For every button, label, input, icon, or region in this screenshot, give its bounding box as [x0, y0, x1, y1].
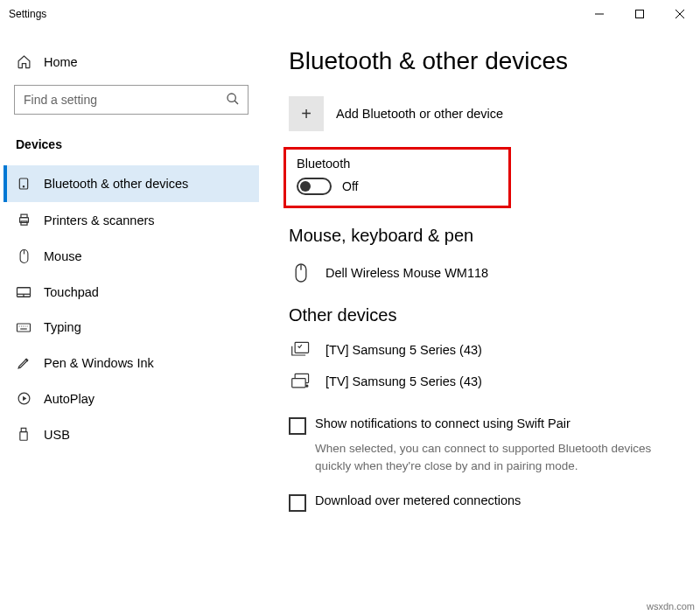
window-title: Settings [9, 8, 46, 20]
bluetooth-icon [16, 176, 32, 192]
keyboard-icon [16, 322, 32, 333]
minimize-button[interactable] [579, 0, 620, 27]
swift-pair-row: Show notifications to connect using Swif… [289, 416, 674, 435]
bluetooth-state: Off [342, 179, 358, 193]
sidebar-item-label: Touchpad [44, 285, 99, 299]
touchpad-icon [16, 286, 32, 298]
media-device-icon [289, 341, 313, 359]
sidebar-item-touchpad[interactable]: Touchpad [4, 275, 259, 310]
metered-checkbox[interactable] [289, 494, 306, 512]
close-button[interactable] [660, 0, 700, 27]
sidebar-item-pen[interactable]: Pen & Windows Ink [4, 345, 259, 381]
svg-point-32 [306, 385, 308, 387]
device-name: [TV] Samsung 5 Series (43) [326, 343, 482, 357]
device-name: [TV] Samsung 5 Series (43) [326, 374, 482, 388]
section-mouse-heading: Mouse, keyboard & pen [289, 226, 674, 246]
bluetooth-heading: Bluetooth [297, 157, 498, 171]
device-row[interactable]: [TV] Samsung 5 Series (43) [289, 334, 674, 366]
printer-icon [16, 213, 32, 227]
svg-line-5 [234, 101, 238, 104]
sidebar-item-label: Mouse [44, 249, 82, 263]
sidebar-item-label: Pen & Windows Ink [44, 356, 154, 370]
bluetooth-highlight: Bluetooth Off [284, 147, 511, 208]
sidebar-item-bluetooth[interactable]: Bluetooth & other devices [4, 165, 259, 202]
device-name: Dell Wireless Mouse WM118 [326, 266, 488, 280]
svg-rect-16 [18, 324, 31, 332]
home-icon [16, 54, 32, 69]
sidebar-item-label: USB [44, 428, 70, 442]
sidebar-item-label: Typing [44, 320, 81, 334]
svg-rect-1 [636, 10, 644, 17]
svg-point-7 [23, 186, 24, 187]
titlebar: Settings [0, 0, 700, 28]
maximize-button[interactable] [620, 0, 660, 27]
section-other-heading: Other devices [289, 305, 674, 325]
device-row[interactable]: [TV] Samsung 5 Series (43) [289, 366, 674, 397]
main-panel: Bluetooth & other devices + Add Bluetoot… [262, 28, 700, 615]
display-device-icon [289, 373, 313, 390]
search-icon [226, 92, 240, 106]
category-heading: Devices [4, 127, 259, 165]
sidebar-item-printers[interactable]: Printers & scanners [4, 202, 259, 238]
device-row[interactable]: Dell Wireless Mouse WM118 [289, 255, 674, 291]
sidebar-item-autoplay[interactable]: AutoPlay [4, 381, 259, 416]
pen-icon [16, 355, 32, 370]
svg-rect-29 [295, 342, 308, 353]
page-title: Bluetooth & other devices [289, 47, 674, 75]
metered-row: Download over metered connections [289, 493, 674, 512]
home-nav[interactable]: Home [4, 45, 259, 78]
plus-icon: + [289, 96, 324, 131]
search-container [14, 85, 248, 115]
sidebar-item-usb[interactable]: USB [4, 416, 259, 453]
window-controls [579, 0, 700, 27]
sidebar-item-label: Printers & scanners [44, 213, 155, 227]
svg-rect-31 [292, 379, 305, 388]
swift-pair-description: When selected, you can connect to suppor… [315, 440, 674, 474]
bluetooth-toggle[interactable] [297, 178, 332, 195]
watermark: wsxdn.com [647, 601, 695, 612]
usb-icon [16, 427, 32, 443]
svg-rect-9 [20, 214, 26, 218]
sidebar-item-label: AutoPlay [44, 392, 94, 406]
mouse-icon [16, 248, 32, 264]
metered-label: Download over metered connections [315, 493, 521, 507]
mouse-device-icon [289, 262, 313, 284]
sidebar-item-typing[interactable]: Typing [4, 310, 259, 345]
svg-point-4 [228, 94, 235, 101]
svg-rect-25 [21, 428, 26, 431]
swift-pair-checkbox[interactable] [289, 417, 306, 435]
svg-marker-24 [23, 396, 26, 402]
add-device-button[interactable]: + Add Bluetooth or other device [289, 96, 674, 131]
swift-pair-label: Show notifications to connect using Swif… [315, 416, 570, 430]
home-label: Home [44, 55, 78, 69]
sidebar-item-label: Bluetooth & other devices [44, 177, 188, 191]
sidebar-item-mouse[interactable]: Mouse [4, 238, 259, 275]
svg-rect-26 [20, 432, 27, 441]
svg-rect-10 [20, 221, 26, 225]
search-input[interactable] [14, 85, 248, 115]
autoplay-icon [16, 391, 32, 406]
add-device-label: Add Bluetooth or other device [336, 107, 503, 121]
sidebar: Home Devices Bluetooth & other devices P… [0, 28, 262, 615]
